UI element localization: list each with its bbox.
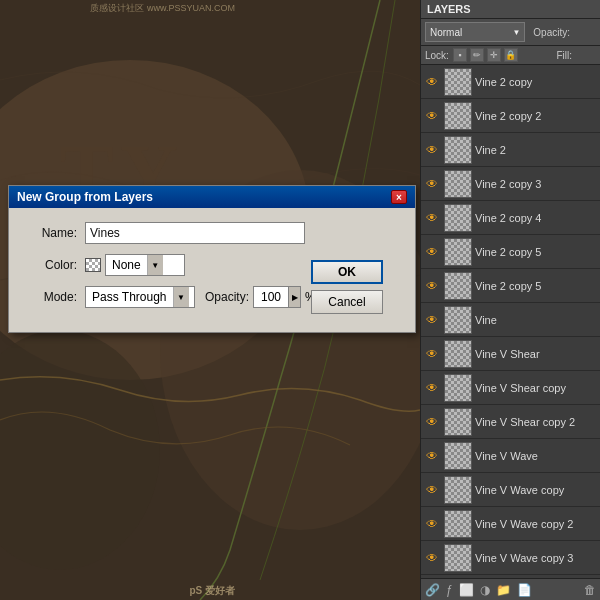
- layer-visibility-icon[interactable]: 👁: [423, 269, 441, 303]
- lock-transparency-icon[interactable]: ▪: [453, 48, 467, 62]
- layer-name-label: Vine 2: [475, 144, 598, 156]
- layer-thumbnail: [444, 442, 472, 470]
- lock-position-icon[interactable]: ✛: [487, 48, 501, 62]
- layer-item[interactable]: 👁Vine 2: [421, 133, 600, 167]
- name-row: Name:: [25, 222, 399, 244]
- layers-panel: LAYERS Normal ▼ Opacity: Lock: ▪ ✏ ✛ 🔒 F…: [420, 0, 600, 600]
- dialog-titlebar: New Group from Layers ×: [9, 186, 415, 208]
- layer-name-label: Vine 2 copy 5: [475, 280, 598, 292]
- layer-visibility-icon[interactable]: 👁: [423, 371, 441, 405]
- lock-icons-group: ▪ ✏ ✛ 🔒: [453, 48, 518, 62]
- color-label: Color:: [25, 258, 77, 272]
- layer-thumbnail: [444, 68, 472, 96]
- layer-thumbnail: [444, 238, 472, 266]
- layer-thumbnail: [444, 136, 472, 164]
- layer-visibility-icon[interactable]: 👁: [423, 473, 441, 507]
- add-mask-icon[interactable]: ⬜: [459, 583, 474, 597]
- layer-visibility-icon[interactable]: 👁: [423, 507, 441, 541]
- layer-item[interactable]: 👁Vine 2 copy 3: [421, 167, 600, 201]
- layers-mode-select[interactable]: Normal ▼: [425, 22, 525, 42]
- layer-visibility-icon[interactable]: 👁: [423, 167, 441, 201]
- opacity-input[interactable]: [253, 286, 289, 308]
- cancel-button[interactable]: Cancel: [311, 290, 383, 314]
- layer-item[interactable]: 👁Vine V Wave copy 2: [421, 507, 600, 541]
- add-style-icon[interactable]: ƒ: [446, 583, 453, 597]
- mode-label: Mode:: [25, 290, 77, 304]
- layer-name-label: Vine V Wave copy 3: [475, 552, 598, 564]
- layer-name-label: Vine 2 copy 5: [475, 246, 598, 258]
- color-dropdown-arrow[interactable]: ▼: [147, 255, 163, 275]
- layer-name-label: Vine V Shear: [475, 348, 598, 360]
- layer-item[interactable]: 👁Vine 2 copy 5: [421, 235, 600, 269]
- layer-visibility-icon[interactable]: 👁: [423, 439, 441, 473]
- delete-layer-icon[interactable]: 🗑: [584, 583, 596, 597]
- layer-item[interactable]: 👁Vine 2 copy: [421, 65, 600, 99]
- dialog-buttons: OK Cancel: [311, 260, 383, 314]
- layer-name-label: Vine V Shear copy 2: [475, 416, 598, 428]
- create-layer-icon[interactable]: 📄: [517, 583, 532, 597]
- layer-visibility-icon[interactable]: 👁: [423, 201, 441, 235]
- layer-item[interactable]: 👁Vine 2 copy 2: [421, 99, 600, 133]
- layer-name-label: Vine V Wave copy: [475, 484, 598, 496]
- link-layers-icon[interactable]: 🔗: [425, 583, 440, 597]
- layer-thumbnail: [444, 204, 472, 232]
- layers-mode-row: Normal ▼ Opacity:: [421, 19, 600, 46]
- mode-select-value: Pass Through: [86, 287, 173, 307]
- layer-thumbnail: [444, 408, 472, 436]
- layer-name-label: Vine 2 copy: [475, 76, 598, 88]
- layer-item[interactable]: 👁Vine V Shear copy: [421, 371, 600, 405]
- lock-paint-icon[interactable]: ✏: [470, 48, 484, 62]
- layer-visibility-icon[interactable]: 👁: [423, 303, 441, 337]
- layer-item[interactable]: 👁Vine V Shear: [421, 337, 600, 371]
- layer-item[interactable]: 👁Vine V Wave: [421, 439, 600, 473]
- layer-item[interactable]: 👁Vine: [421, 303, 600, 337]
- layer-name-label: Vine V Shear copy: [475, 382, 598, 394]
- layer-thumbnail: [444, 476, 472, 504]
- layer-item[interactable]: 👁Vine 2 copy 4: [421, 201, 600, 235]
- layer-item[interactable]: 👁Vine 2 copy 5: [421, 269, 600, 303]
- layers-list[interactable]: 👁Vine 2 copy👁Vine 2 copy 2👁Vine 2👁Vine 2…: [421, 65, 600, 578]
- layer-visibility-icon[interactable]: 👁: [423, 541, 441, 575]
- mode-dropdown-arrow[interactable]: ▼: [173, 287, 189, 307]
- layer-name-label: Vine 2 copy 3: [475, 178, 598, 190]
- layer-visibility-icon[interactable]: 👁: [423, 99, 441, 133]
- mode-select-container[interactable]: Pass Through ▼: [85, 286, 195, 308]
- layers-mode-arrow: ▼: [512, 28, 520, 37]
- layers-panel-header: LAYERS: [421, 0, 600, 19]
- layer-item[interactable]: 👁Vine V Wave copy: [421, 473, 600, 507]
- opacity-label: Opacity:: [205, 290, 249, 304]
- layer-visibility-icon[interactable]: 👁: [423, 133, 441, 167]
- layers-lock-row: Lock: ▪ ✏ ✛ 🔒 Fill:: [421, 46, 600, 65]
- layer-name-label: Vine V Wave copy 2: [475, 518, 598, 530]
- layer-thumbnail: [444, 272, 472, 300]
- color-select-container[interactable]: None ▼: [105, 254, 185, 276]
- create-adjustment-icon[interactable]: ◑: [480, 583, 490, 597]
- opacity-stepper[interactable]: ▶: [289, 286, 301, 308]
- layer-visibility-icon[interactable]: 👁: [423, 405, 441, 439]
- layer-name-label: Vine 2 copy 4: [475, 212, 598, 224]
- svg-point-3: [0, 330, 160, 570]
- ok-button[interactable]: OK: [311, 260, 383, 284]
- color-select-value: None: [106, 255, 147, 275]
- layer-thumbnail: [444, 374, 472, 402]
- layers-mode-value: Normal: [430, 27, 462, 38]
- layers-fill-label: Fill:: [556, 50, 572, 61]
- color-swatch: [85, 258, 101, 272]
- layer-item[interactable]: 👁Vine V Wave copy 3: [421, 541, 600, 575]
- layer-visibility-icon[interactable]: 👁: [423, 235, 441, 269]
- dialog-title: New Group from Layers: [17, 190, 153, 204]
- create-group-icon[interactable]: 📁: [496, 583, 511, 597]
- layer-visibility-icon[interactable]: 👁: [423, 65, 441, 99]
- layer-item[interactable]: 👁Vine V Shear copy 2: [421, 405, 600, 439]
- layers-opacity-label: Opacity:: [533, 27, 570, 38]
- layer-visibility-icon[interactable]: 👁: [423, 337, 441, 371]
- name-input[interactable]: [85, 222, 305, 244]
- layers-footer: 🔗 ƒ ⬜ ◑ 📁 📄 🗑: [421, 578, 600, 600]
- dialog-close-button[interactable]: ×: [391, 190, 407, 204]
- layers-panel-title: LAYERS: [427, 3, 471, 15]
- lock-all-icon[interactable]: 🔒: [504, 48, 518, 62]
- layer-thumbnail: [444, 544, 472, 572]
- dialog-body: Name: Color: None ▼ Mode:: [9, 208, 415, 332]
- layer-thumbnail: [444, 102, 472, 130]
- layer-thumbnail: [444, 306, 472, 334]
